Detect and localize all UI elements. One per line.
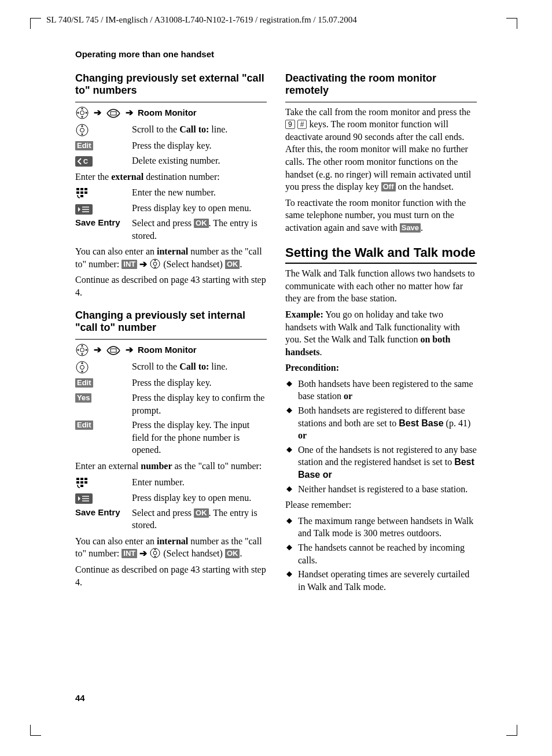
nav-path: ➔ ➔ Room Monitor [75, 106, 267, 120]
step-text: Enter the new number. [132, 186, 267, 199]
nav-dpad-icon [149, 548, 161, 558]
body-text: You can also enter an internal number as… [75, 245, 267, 270]
crop-mark [30, 18, 41, 29]
arrow-icon: ➔ [126, 344, 133, 356]
label-precondition: Precondition: [285, 362, 477, 374]
step-text: Select and press OK. The entry is stored… [132, 217, 267, 242]
key-hash: # [297, 120, 307, 129]
body-text: Continue as described on page 43 startin… [75, 563, 267, 588]
nav-dpad-icon [75, 343, 89, 357]
step-text: Press the display key. The input field f… [132, 419, 267, 456]
body-text: Enter an external number as the "call to… [75, 460, 267, 473]
step-text: Press the display key. [132, 139, 267, 152]
softkey-ok: OK [194, 219, 209, 228]
nav-dpad-icon [75, 123, 132, 137]
step-text: Select and press OK. The entry is stored… [132, 507, 267, 532]
step-text: Scroll to the Call to: line. [132, 123, 267, 136]
svg-rect-12 [84, 191, 87, 194]
svg-rect-7 [76, 188, 79, 190]
body-text: The Walk and Talk function allows two ha… [285, 267, 477, 305]
body-text: Continue as described on page 43 startin… [75, 274, 267, 298]
softkey-edit: Edit [75, 421, 93, 430]
heading-deactivate-remote: Deactivating the room monitor remotely [285, 72, 477, 97]
svg-rect-31 [80, 485, 83, 487]
svg-rect-8 [80, 188, 83, 190]
step-text: Press display key to open menu. [132, 492, 267, 504]
svg-rect-9 [84, 188, 87, 190]
heading-change-external: Changing previously set external "call t… [75, 72, 267, 97]
crop-mark [506, 18, 517, 29]
body-text: Take the call from the room monitor and … [285, 106, 477, 193]
keypad-icon [75, 186, 132, 200]
step-text: Scroll to the Call to: line. [132, 360, 267, 373]
svg-rect-10 [76, 191, 79, 194]
step-text: Delete existing number. [132, 154, 267, 167]
softkey-ok: OK [225, 549, 240, 558]
keypad-icon [75, 476, 132, 489]
svg-rect-30 [84, 481, 87, 484]
step-label: Save Entry [75, 217, 132, 228]
running-header: SL 740/SL 745 / IM-englisch / A31008-L74… [43, 14, 509, 25]
section-title: Operating more than one handset [75, 49, 477, 60]
body-text: Enter the external destination number: [75, 171, 267, 183]
precondition-list: Both handsets have been registered to th… [285, 378, 477, 495]
svg-rect-26 [80, 478, 83, 480]
svg-rect-13 [80, 195, 83, 197]
nav-path: ➔ ➔ Room Monitor [75, 343, 267, 357]
svg-point-19 [153, 262, 157, 265]
svg-point-4 [80, 128, 84, 132]
softkey-save: Save [400, 223, 421, 233]
page: SL 740/SL 745 / IM-englisch / A31008-L74… [0, 0, 552, 756]
menu-icon [106, 106, 121, 119]
nav-target: Room Monitor [138, 344, 197, 356]
crop-mark [506, 725, 517, 736]
menu-icon [106, 344, 121, 356]
step-label: Save Entry [75, 507, 132, 518]
svg-rect-27 [84, 478, 87, 480]
svg-rect-28 [76, 481, 79, 484]
body-text: You can also enter an internal number as… [75, 535, 267, 560]
nav-dpad-icon [75, 360, 132, 374]
remember-list: The maximum range between handsets in Wa… [285, 515, 477, 593]
softkey-edit: Edit [75, 378, 93, 388]
nav-target: Room Monitor [138, 107, 197, 119]
softkey-edit: Edit [75, 141, 93, 150]
svg-point-37 [153, 551, 157, 555]
step-text: Press the display key to confirm the pro… [132, 392, 267, 416]
menu-key-icon [75, 202, 132, 215]
svg-rect-11 [80, 191, 83, 194]
key-9: 9 [285, 120, 295, 129]
list-item: One of the handsets is not registered to… [285, 444, 477, 481]
softkey-ok: OK [225, 260, 240, 269]
nav-dpad-icon [75, 106, 89, 120]
crop-mark [30, 725, 41, 736]
list-item: Both handsets are registered to differen… [285, 404, 477, 442]
nav-dpad-icon [149, 259, 161, 269]
softkey-yes: Yes [75, 393, 91, 403]
svg-rect-22 [111, 349, 116, 352]
list-item: The handsets cannot be reached by incomi… [285, 541, 477, 566]
list-item: Both handsets have been registered to th… [285, 378, 477, 403]
svg-point-1 [80, 111, 84, 115]
svg-text:C: C [83, 158, 88, 165]
softkey-int: INT [122, 549, 137, 558]
step-text: Press the display key. [132, 377, 267, 389]
body-text: To reactivate the room monitor function … [285, 197, 477, 234]
step-text: Press display key to open menu. [132, 202, 267, 215]
arrow-icon: ➔ [94, 106, 101, 119]
page-number: 44 [75, 692, 85, 704]
softkey-int: INT [122, 260, 137, 269]
list-item: The maximum range between handsets in Wa… [285, 515, 477, 540]
list-item: Handset operating times are severely cur… [285, 568, 477, 593]
svg-rect-2 [111, 112, 116, 115]
svg-rect-25 [76, 478, 79, 480]
heading-change-internal: Changing a previously set internal "call… [75, 309, 267, 334]
label-remember: Please remember: [285, 499, 477, 511]
list-item: Neither handset is registered to a base … [285, 483, 477, 496]
step-text: Enter number. [132, 476, 267, 489]
arrow-icon: ➔ [126, 106, 133, 119]
body-text: Example: You go on holiday and take two … [285, 308, 477, 358]
svg-rect-29 [80, 481, 83, 484]
heading-walk-talk: Setting the Walk and Talk mode [285, 245, 477, 264]
svg-point-21 [80, 348, 84, 352]
